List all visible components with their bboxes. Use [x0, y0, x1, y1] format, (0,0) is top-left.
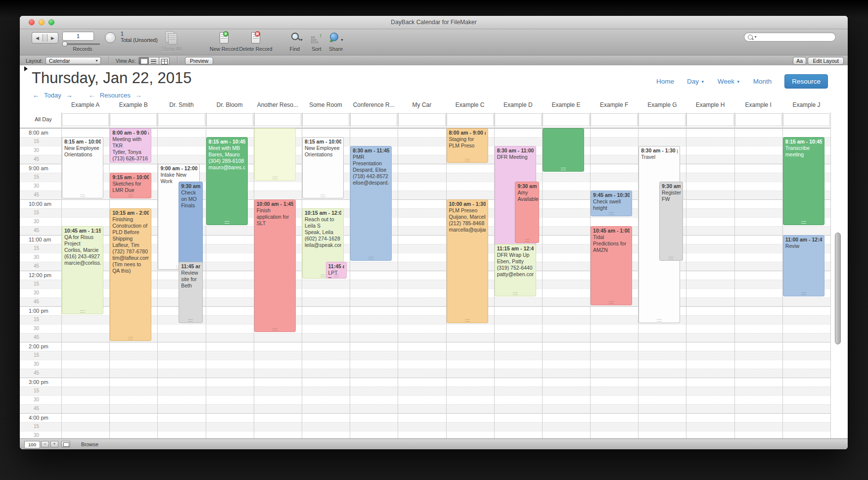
zoom-level-field[interactable]: 100: [24, 441, 40, 448]
share-button[interactable]: Share: [323, 46, 348, 52]
find-button[interactable]: Find: [285, 46, 305, 52]
event-resize-grip-icon[interactable]: [561, 168, 566, 170]
event[interactable]: 8:00 am - 9:00 amMeeting with TKRTytler,…: [110, 128, 151, 163]
event-resize-grip-icon[interactable]: [801, 292, 806, 295]
all-day-cell[interactable]: [447, 113, 494, 126]
event[interactable]: 11:45 amReview site for Beth: [179, 262, 202, 323]
event[interactable]: 10:45 am - 1:00 pmTidal Predictions for …: [591, 226, 632, 305]
share-icon[interactable]: ▼: [327, 31, 342, 45]
event[interactable]: 10:15 am - 2:00 pmFinishing Construction…: [110, 208, 151, 341]
event-resize-grip-icon[interactable]: [368, 257, 373, 259]
event[interactable]: 8:15 am - 10:00 amNew Employee Orientati…: [302, 137, 344, 198]
event-resize-grip-icon[interactable]: [128, 337, 133, 339]
minute-label: 15: [34, 352, 39, 358]
all-day-cell[interactable]: [398, 113, 445, 126]
vertical-scrollbar-thumb[interactable]: [835, 233, 841, 344]
show-all-button[interactable]: Show All: [156, 46, 187, 52]
event-resize-grip-icon[interactable]: [320, 194, 325, 197]
view-as-table-button[interactable]: [159, 57, 170, 65]
event[interactable]: 9:30 amAmy Available: [515, 182, 539, 243]
event-resize-grip-icon[interactable]: [273, 328, 277, 331]
all-day-cell[interactable]: [62, 113, 109, 126]
event[interactable]: 11:45 amLPT Due: [326, 262, 347, 279]
column-divider: [686, 112, 686, 438]
all-day-cell[interactable]: [686, 113, 733, 126]
event-resize-grip-icon[interactable]: [128, 194, 133, 197]
all-day-cell[interactable]: [350, 113, 397, 126]
column-header: My Car: [398, 101, 446, 111]
delete-record-button[interactable]: Delete Record: [234, 46, 277, 52]
new-record-icon[interactable]: +: [217, 31, 231, 45]
view-as-list-button[interactable]: [149, 57, 159, 65]
event-resize-grip-icon[interactable]: [513, 292, 518, 295]
preview-button[interactable]: Preview: [185, 57, 213, 65]
search-input[interactable]: [759, 33, 833, 42]
zoom-out-button[interactable]: −: [41, 441, 49, 447]
event-resize-grip-icon[interactable]: [334, 275, 339, 277]
event[interactable]: 11:15 am - 12:45 pmDFR Wrap UpEben, Patt…: [495, 244, 536, 296]
event-resize-grip-icon[interactable]: [669, 257, 674, 259]
next-record-icon[interactable]: ▶: [47, 36, 58, 41]
minute-label: 15: [34, 388, 39, 393]
all-day-cell[interactable]: [158, 113, 205, 126]
event-resize-grip-icon[interactable]: [320, 275, 325, 277]
delete-record-icon[interactable]: ✕: [248, 31, 263, 45]
event-resize-grip-icon[interactable]: [465, 159, 470, 161]
event[interactable]: 10:00 am - 1:30 pmPLM PreseoQuijano, Mar…: [447, 199, 488, 323]
column-header: Example B: [109, 101, 157, 111]
event[interactable]: 8:00 am - 9:00 amStaging for PLM Preso: [447, 128, 488, 163]
event-resize-grip-icon[interactable]: [609, 212, 614, 215]
all-day-cell[interactable]: [110, 113, 157, 126]
all-day-cell[interactable]: [302, 113, 349, 126]
event[interactable]: 9:45 am - 10:30 amCheck swell height: [591, 191, 632, 216]
event[interactable]: 9:30 amRegister FW: [659, 182, 683, 261]
quick-find-search[interactable]: ▼: [744, 32, 836, 42]
zoom-in-button[interactable]: +: [50, 441, 58, 447]
event-text: Review site for Beth: [181, 270, 200, 289]
all-day-cell[interactable]: [639, 113, 685, 126]
event[interactable]: 8:15 am - 10:00 amNew Employee Orientati…: [62, 137, 103, 198]
event-resize-grip-icon[interactable]: [273, 177, 277, 179]
event-resize-grip-icon[interactable]: [80, 310, 85, 313]
event[interactable]: 11:00 am - 12:45 pmReviw: [783, 235, 824, 296]
all-day-cell[interactable]: [591, 113, 638, 126]
layout-dropdown[interactable]: Calendar ▼: [46, 57, 101, 64]
event-time: 10:00 am - 1:45 pm: [257, 201, 293, 207]
event-time: 11:00 am - 12:45 pm: [785, 237, 822, 243]
event[interactable]: 8:30 am - 11:45 amPMR PresentationDespar…: [350, 146, 392, 261]
edit-layout-button[interactable]: Edit Layout: [808, 57, 844, 65]
event-resize-grip-icon[interactable]: [801, 221, 806, 224]
event-resize-grip-icon[interactable]: [128, 159, 133, 161]
event[interactable]: 10:00 am - 1:45 pmFinish application for…: [254, 199, 296, 332]
event[interactable]: [543, 128, 584, 172]
event[interactable]: 10:45 am - 1:15 pmQA for Risus ProjectCo…: [62, 226, 103, 314]
text-formatting-button[interactable]: Aa: [793, 57, 806, 65]
all-day-cell[interactable]: [543, 113, 590, 126]
minute-label: 45: [34, 335, 39, 340]
all-day-cell[interactable]: [254, 113, 301, 126]
layout-mode-icon[interactable]: [61, 441, 70, 447]
event-resize-grip-icon[interactable]: [80, 194, 85, 197]
event-resize-grip-icon[interactable]: [225, 221, 229, 224]
event[interactable]: 8:15 am - 10:45 amTranscribe meeting: [783, 137, 824, 225]
all-day-cell[interactable]: [783, 113, 830, 126]
event[interactable]: 8:15 am - 10:45 amMeet with MBBares, Mau…: [206, 137, 248, 225]
event[interactable]: 9:15 am - 10:00 amSketches for LMR Due: [110, 173, 151, 198]
event-time: 10:15 am - 12:00 pm: [305, 210, 341, 216]
event-resize-grip-icon[interactable]: [657, 319, 662, 322]
sort-icon[interactable]: ↑: [309, 31, 324, 45]
record-number-field[interactable]: 1: [62, 32, 94, 41]
all-day-cell[interactable]: [495, 113, 542, 126]
record-navigation[interactable]: ◀ ▶: [32, 32, 58, 44]
event[interactable]: [254, 128, 296, 181]
event-resize-grip-icon[interactable]: [525, 239, 530, 241]
event-resize-grip-icon[interactable]: [609, 301, 614, 304]
view-as-form-button[interactable]: [138, 57, 149, 65]
event-resize-grip-icon[interactable]: [188, 319, 193, 322]
all-day-cell[interactable]: [206, 113, 253, 126]
event-resize-grip-icon[interactable]: [465, 319, 470, 322]
record-slider[interactable]: [62, 42, 100, 46]
previous-record-icon[interactable]: ◀: [32, 36, 43, 41]
all-day-cell[interactable]: [735, 113, 782, 126]
find-icon[interactable]: ▼: [288, 31, 303, 45]
